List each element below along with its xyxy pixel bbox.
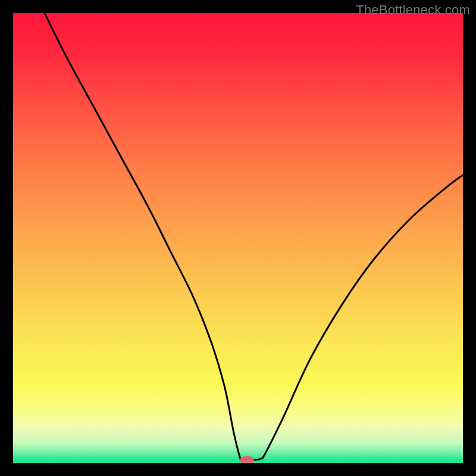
svg-point-1 (240, 456, 254, 463)
chart-frame: TheBottleneck.com (0, 0, 476, 476)
watermark-text: TheBottleneck.com (356, 2, 470, 18)
plot-area (13, 13, 463, 463)
optimum-marker (13, 13, 463, 463)
